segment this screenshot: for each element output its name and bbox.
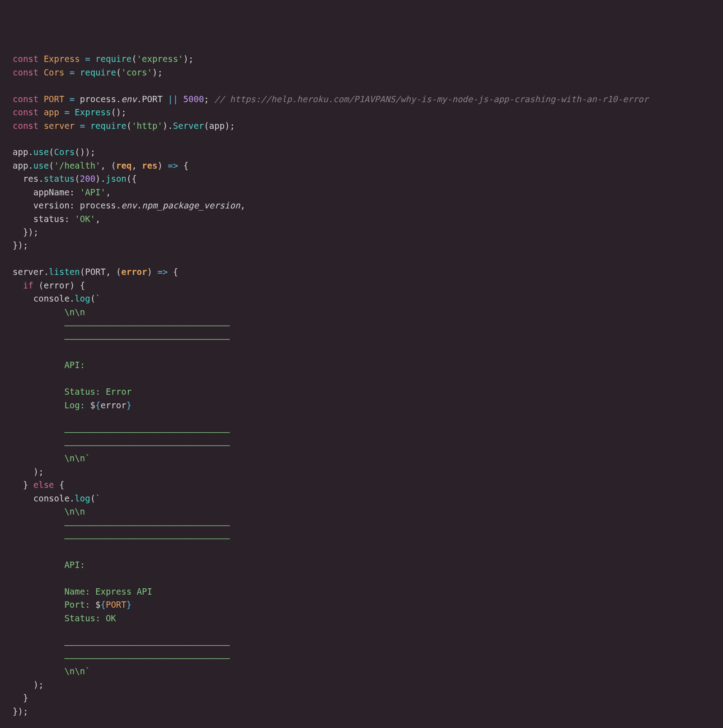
brace: { xyxy=(59,480,64,490)
dot: . xyxy=(44,267,49,277)
paren: ) xyxy=(147,267,152,277)
tmpl-var: PORT xyxy=(106,600,127,610)
tmpl-text xyxy=(13,413,64,423)
line: Name: Express API xyxy=(13,586,152,596)
indent xyxy=(13,493,33,503)
dot: . xyxy=(137,94,142,104)
brace: } xyxy=(23,480,28,490)
tmpl-text: \n\n xyxy=(64,307,85,317)
tmpl-brace: } xyxy=(127,600,131,610)
brace: { xyxy=(173,267,178,277)
tmpl-text xyxy=(13,586,64,596)
tmpl-text: –––––––––––––––––––––––––––––––– xyxy=(64,653,230,663)
keyword-const: const xyxy=(13,121,38,131)
string: 'http' xyxy=(131,121,163,131)
tmpl-text xyxy=(13,560,64,570)
paren: ) xyxy=(70,280,75,290)
dot: . xyxy=(116,94,121,104)
tmpl-text: \n\n xyxy=(64,666,85,676)
tmpl-text xyxy=(13,533,64,543)
tmpl-text xyxy=(13,347,64,357)
tmpl-text: –––––––––––––––––––––––––––––––– xyxy=(64,427,230,437)
identifier: error xyxy=(44,280,70,290)
tmpl-text: –––––––––––––––––––––––––––––––– xyxy=(64,520,230,530)
call: Server xyxy=(173,121,204,131)
tmpl-text: Port: xyxy=(64,600,95,610)
tmpl-text xyxy=(13,520,64,530)
string: 'express' xyxy=(137,54,183,64)
line: if (error) { xyxy=(13,280,85,290)
line: }); xyxy=(13,706,28,716)
semicolon: ; xyxy=(230,121,235,131)
backtick: ` xyxy=(85,666,90,676)
keyword-const: const xyxy=(13,94,38,104)
paren: ) xyxy=(183,54,188,64)
identifier: PORT xyxy=(44,94,65,104)
line: –––––––––––––––––––––––––––––––– xyxy=(13,427,230,437)
dot: . xyxy=(70,293,75,303)
tmpl-var: error xyxy=(101,400,127,410)
dot: . xyxy=(101,174,106,184)
tmpl-brace: { xyxy=(100,600,105,610)
colon: : xyxy=(64,214,75,224)
call: Express xyxy=(75,107,111,117)
tmpl-text xyxy=(13,320,64,330)
tmpl-text: Status: Error xyxy=(64,387,131,397)
paren: ( xyxy=(75,174,80,184)
space xyxy=(28,480,33,490)
identifier: server xyxy=(44,121,75,131)
brace: { xyxy=(80,280,85,290)
line: \n\n` xyxy=(13,453,90,463)
line: –––––––––––––––––––––––––––––––– xyxy=(13,653,230,663)
line: status: 'OK', xyxy=(13,214,101,224)
comma: , xyxy=(106,187,111,197)
line xyxy=(13,573,64,583)
backtick: ` xyxy=(95,493,100,503)
line: API: xyxy=(13,360,85,370)
dot: . xyxy=(28,161,33,170)
line: console.log(` xyxy=(13,493,101,503)
paren: ( xyxy=(38,280,43,290)
line: app.use(Cors()); xyxy=(13,147,95,157)
number: 200 xyxy=(80,174,95,184)
brace: { xyxy=(131,174,136,184)
brace: } xyxy=(23,693,28,703)
dot: . xyxy=(70,493,75,503)
keyword-const: const xyxy=(13,54,38,64)
keyword-else: else xyxy=(33,480,54,490)
param: res xyxy=(142,161,157,170)
dot: . xyxy=(137,200,142,210)
tmpl-text: API: xyxy=(64,360,85,370)
identifier: Express xyxy=(44,54,80,64)
tmpl-text xyxy=(13,666,64,676)
indent xyxy=(13,174,23,184)
semicolon: ; xyxy=(204,94,209,104)
line: –––––––––––––––––––––––––––––––– xyxy=(13,440,230,450)
line: const server = require('http').Server(ap… xyxy=(13,121,235,131)
paren: ( xyxy=(131,54,136,64)
operator-eq: = xyxy=(75,121,90,131)
paren: ) xyxy=(95,174,100,184)
line: }); xyxy=(13,240,28,250)
paren: ( xyxy=(49,147,54,157)
arrow: => xyxy=(152,267,173,277)
key: version xyxy=(33,200,70,210)
paren: ( xyxy=(80,267,85,277)
indent xyxy=(13,480,23,490)
paren: ( xyxy=(49,161,54,170)
tmpl-text xyxy=(13,613,64,623)
brace: { xyxy=(183,161,188,170)
comma: , xyxy=(101,161,111,170)
line: const PORT = process.env.PORT || 5000; /… xyxy=(13,94,648,104)
call-use: use xyxy=(33,161,49,170)
comma: , xyxy=(95,214,100,224)
tmpl-text xyxy=(13,600,64,610)
tmpl-brace: { xyxy=(95,400,100,410)
call-require: require xyxy=(80,67,116,77)
line: } xyxy=(13,693,28,703)
line: Log: ${error} xyxy=(13,400,131,410)
param: req xyxy=(116,161,131,170)
identifier: app xyxy=(13,161,28,170)
string: '/health' xyxy=(54,161,101,170)
identifier: app xyxy=(13,147,28,157)
